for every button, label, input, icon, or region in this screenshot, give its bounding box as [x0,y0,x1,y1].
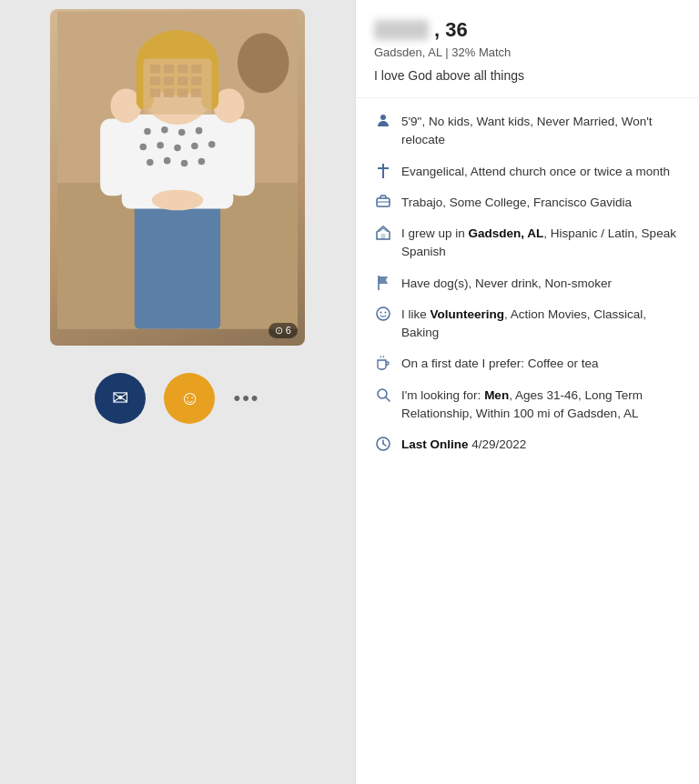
profile-name-age: , 36 [374,18,681,42]
svg-rect-40 [191,88,201,96]
svg-point-7 [178,129,186,136]
detail-row-hometown: I grew up in Gadsden, AL, Hispanic / Lat… [374,225,681,262]
svg-point-10 [157,142,164,149]
svg-point-15 [164,157,171,165]
svg-rect-32 [191,65,201,73]
profile-details: 5'9", No kids, Want kids, Never Married,… [356,98,699,468]
person-icon [374,114,392,131]
action-buttons: ✉ ☺ ••• [95,373,259,424]
svg-rect-39 [177,88,187,96]
like-button[interactable]: ☺ [164,373,215,424]
svg-point-11 [174,145,181,152]
svg-point-49 [380,311,382,313]
profile-location: Gadsden, AL | 32% Match [374,45,681,59]
smiley-icon [374,307,392,324]
svg-point-48 [377,307,390,320]
svg-point-8 [196,127,203,135]
home-icon [374,226,392,243]
svg-rect-3 [135,192,220,329]
right-panel: , 36 Gadsden, AL | 32% Match I love God … [355,0,699,784]
profile-age: , 36 [434,18,468,42]
profile-bio: I love God above all things [374,68,681,83]
svg-rect-19 [100,118,126,196]
left-panel: ⊙ 6 ✉ ☺ ••• [0,0,355,784]
profile-image: ⊙ 6 [50,9,305,346]
detail-text-work: Trabajo, Some College, Francisco Gavidia [401,194,632,212]
svg-line-55 [383,444,386,446]
detail-row-interests: I like Volunteering, Action Movies, Clas… [374,306,681,343]
detail-row-physical: 5'9", No kids, Want kids, Never Married,… [374,113,681,150]
detail-text-interests: I like Volunteering, Action Movies, Clas… [401,306,681,343]
detail-row-firstdate: On a first date I prefer: Coffee or tea [374,355,681,373]
svg-point-6 [161,126,168,134]
svg-point-41 [380,115,386,120]
svg-point-14 [147,159,154,166]
coffee-icon [374,356,392,373]
svg-rect-30 [164,65,174,73]
message-icon: ✉ [112,387,128,410]
svg-rect-31 [177,65,187,73]
svg-rect-37 [150,88,160,96]
svg-point-18 [152,190,204,211]
svg-rect-35 [177,76,187,85]
detail-row-lookingfor: I'm looking for: Men, Ages 31-46, Long T… [374,387,681,424]
search-icon [374,387,392,405]
detail-text-physical: 5'9", No kids, Want kids, Never Married,… [401,113,681,150]
clock-icon [374,437,392,454]
svg-rect-33 [150,76,160,85]
profile-header: , 36 Gadsden, AL | 32% Match I love God … [356,0,699,98]
detail-row-lastonline: Last Online 4/29/2022 [374,436,681,454]
photo-counter: ⊙ 6 [268,323,298,338]
detail-text-lastonline: Last Online 4/29/2022 [401,436,526,454]
svg-point-13 [208,141,216,148]
svg-point-9 [140,144,147,151]
svg-rect-38 [164,88,174,96]
profile-name-blurred [374,20,429,40]
detail-text-firstdate: On a first date I prefer: Coffee or tea [401,355,599,373]
svg-rect-46 [381,234,386,239]
svg-rect-29 [150,65,160,73]
detail-text-lifestyle: Have dog(s), Never drink, Non-smoker [401,275,612,293]
svg-point-2 [238,33,289,93]
svg-point-16 [181,160,188,167]
svg-point-5 [144,128,151,136]
svg-point-17 [198,158,206,166]
svg-rect-42 [382,164,384,178]
more-icon: ••• [233,387,259,409]
cross-icon [374,164,392,181]
detail-text-hometown: I grew up in Gadsden, AL, Hispanic / Lat… [401,225,681,262]
svg-point-12 [191,143,198,150]
detail-row-lifestyle: Have dog(s), Never drink, Non-smoker [374,275,681,293]
briefcase-icon [374,195,392,210]
detail-text-lookingfor: I'm looking for: Men, Ages 31-46, Long T… [401,387,681,424]
svg-rect-34 [164,76,174,85]
detail-row-religion: Evangelical, Attend church once or twice… [374,163,681,181]
message-button[interactable]: ✉ [95,373,146,424]
detail-row-work: Trabajo, Some College, Francisco Gavidia [374,194,681,212]
like-icon: ☺ [179,387,199,410]
svg-point-50 [385,311,387,313]
flag-icon [374,276,392,293]
svg-rect-36 [191,76,201,85]
more-button[interactable]: ••• [233,387,259,410]
svg-rect-20 [229,118,255,196]
svg-line-52 [386,397,390,401]
detail-text-religion: Evangelical, Attend church once or twice… [401,163,670,181]
svg-rect-43 [378,167,389,169]
